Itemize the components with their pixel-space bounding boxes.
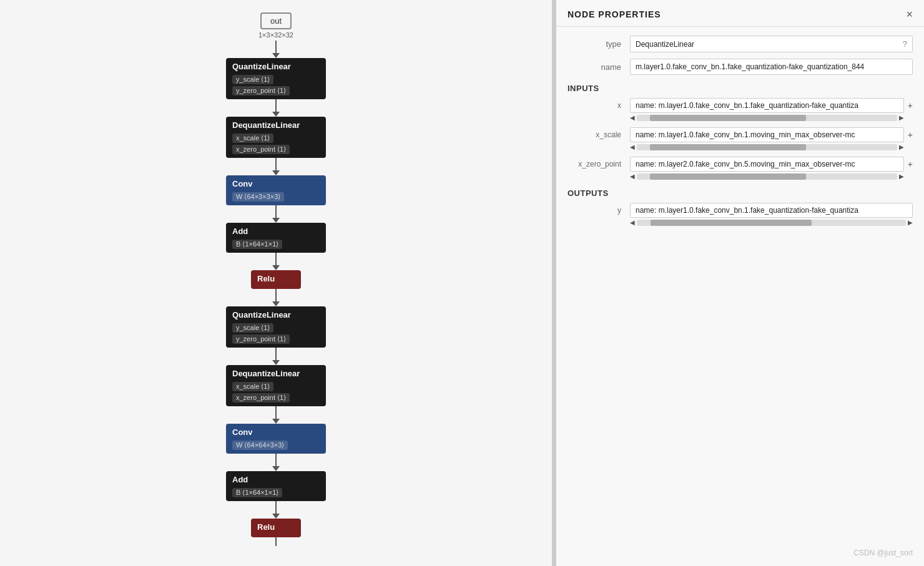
watermark: CSDN @just_sort [853,549,913,557]
add1-title: Add [232,227,320,236]
conv1-title: Conv [232,179,320,188]
tensor-label-1: 1×3×32×32 [258,31,293,39]
input-xscale-row: x_scale name: m.layer1.0.fake_conv_bn.1.… [568,127,913,150]
connector-9 [275,454,277,466]
quantize2-title: QuantizeLinear [232,310,320,320]
name-row: name m.layer1.0.fake_conv_bn.1.fake_quan… [568,59,913,75]
scroll-left-y[interactable]: ◀ [630,219,635,226]
plus-x[interactable]: + [908,98,913,110]
connector-3 [275,158,277,170]
scroll-left-x[interactable]: ◀ [630,114,635,121]
scroll-right-xscale[interactable]: ▶ [899,144,904,150]
scroll-track-xscale[interactable] [637,144,897,150]
name-label: name [568,59,630,72]
input-x-label: x [568,98,630,110]
quantize2-param2: y_zero_point ⟨1⟩ [232,334,290,344]
scroll-track-x[interactable] [637,115,897,121]
add1-wrapper: Add B ⟨1×64×1×1⟩ [226,205,326,253]
arrow-3 [272,170,280,175]
quantize2-node[interactable]: QuantizeLinear y_scale ⟨1⟩ y_zero_point … [226,306,326,348]
input-x-group: x name: m.layer1.0.fake_conv_bn.1.fake_q… [568,98,913,121]
conv1-node[interactable]: Conv W ⟨64×3×3×3⟩ [226,175,326,205]
arrow-6 [272,301,280,306]
input-x-row: x name: m.layer1.0.fake_conv_bn.1.fake_q… [568,98,913,121]
conv1-wrapper: Conv W ⟨64×3×3×3⟩ [226,158,326,205]
scroll-right-x[interactable]: ▶ [899,114,904,121]
arrow-8 [272,419,280,424]
add2-param1: B ⟨1×64×1×1⟩ [232,488,282,497]
input-xscale-container: name: m.layer1.0.fake_conv_bn.1.moving_m… [630,127,904,150]
dequantize1-node[interactable]: DequantizeLinear x_scale ⟨1⟩ x_zero_poin… [226,117,326,158]
scroll-track-xzp[interactable] [637,173,897,180]
dequantize2-node[interactable]: DequantizeLinear x_scale ⟨1⟩ x_zero_poin… [226,365,326,406]
type-value: DequantizeLinear [636,40,694,49]
type-label: type [568,36,630,49]
input-x-name[interactable]: name: m.layer1.0.fake_conv_bn.1.fake_qua… [630,98,904,113]
relu2-node[interactable]: Relu [251,519,301,537]
quantize1-param2: y_zero_point ⟨1⟩ [232,86,290,95]
scroll-left-xzp[interactable]: ◀ [630,173,635,180]
dequantize1-param2: x_zero_point ⟨1⟩ [232,145,290,154]
question-icon[interactable]: ? [903,39,907,49]
input-xscale-name[interactable]: name: m.layer1.0.fake_conv_bn.1.moving_m… [630,127,904,142]
input-xzp-group: x_zero_point name: m.layer2.0.fake_conv_… [568,157,913,180]
arrow-5 [272,265,280,270]
output-y-name[interactable]: name: m.layer1.0.fake_conv_bn.1.fake_qua… [630,203,913,218]
conv2-node[interactable]: Conv W ⟨64×64×3×3⟩ [226,424,326,454]
dequantize1-wrapper: DequantizeLinear x_scale ⟨1⟩ x_zero_poin… [226,99,326,158]
arrow-4 [272,218,280,223]
name-value-box[interactable]: m.layer1.0.fake_conv_bn.1.fake_quantizat… [630,59,913,75]
output-y-scrollbar: ◀ ▶ [630,219,913,226]
conv2-wrapper: Conv W ⟨64×64×3×3⟩ [226,406,326,454]
arrow-1 [272,53,280,58]
connector-4 [275,205,277,218]
quantize1-param1: y_scale ⟨1⟩ [232,75,273,84]
plus-xzp[interactable]: + [908,157,913,169]
dequantize2-wrapper: DequantizeLinear x_scale ⟨1⟩ x_zero_poin… [226,348,326,406]
add2-title: Add [232,475,320,484]
relu1-node[interactable]: Relu [251,270,301,289]
scroll-thumb-x [650,115,806,121]
panel-header: NODE PROPERTIES × [556,0,924,27]
input-xzp-scrollbar: ◀ ▶ [630,173,904,180]
quantize1-wrapper: QuantizeLinear y_scale ⟨1⟩ y_zero_point … [226,41,326,99]
input-x-container: name: m.layer1.0.fake_conv_bn.1.fake_qua… [630,98,904,121]
add2-wrapper: Add B ⟨1×64×1×1⟩ [226,454,326,501]
scroll-right-y[interactable]: ▶ [908,219,913,226]
dequantize1-param1: x_scale ⟨1⟩ [232,134,273,143]
output-y-row: y name: m.layer1.0.fake_conv_bn.1.fake_q… [568,203,913,226]
quantize2-wrapper: QuantizeLinear y_scale ⟨1⟩ y_zero_point … [226,289,326,348]
scroll-left-xscale[interactable]: ◀ [630,144,635,150]
conv2-param1: W ⟨64×64×3×3⟩ [232,441,288,450]
connector-10 [275,501,277,514]
scroll-thumb-xscale [650,144,806,150]
conv1-param1: W ⟨64×3×3×3⟩ [232,192,284,202]
input-xscale-group: x_scale name: m.layer1.0.fake_conv_bn.1.… [568,127,913,150]
quantize1-node[interactable]: QuantizeLinear y_scale ⟨1⟩ y_zero_point … [226,58,326,99]
connector-2 [275,99,277,112]
scroll-thumb-y [651,220,812,226]
add2-node[interactable]: Add B ⟨1×64×1×1⟩ [226,471,326,501]
out-node-label: out [270,16,282,26]
graph-scroll: out 1×3×32×32 QuantizeLinear y_scale ⟨1⟩… [151,6,401,566]
inputs-section-title: INPUTS [568,84,913,93]
input-xzp-name[interactable]: name: m.layer2.0.fake_conv_bn.5.moving_m… [630,157,904,172]
out-node-wrapper: out 1×3×32×32 [258,12,293,41]
out-node[interactable]: out [260,12,292,29]
add1-node[interactable]: Add B ⟨1×64×1×1⟩ [226,223,326,253]
type-value-box[interactable]: DequantizeLinear ? [630,36,913,52]
plus-xscale[interactable]: + [908,127,913,140]
output-y-container: name: m.layer1.0.fake_conv_bn.1.fake_qua… [630,203,913,226]
arrow-7 [272,360,280,365]
input-xzp-row: x_zero_point name: m.layer2.0.fake_conv_… [568,157,913,180]
arrow-9 [272,466,280,471]
output-y-group: y name: m.layer1.0.fake_conv_bn.1.fake_q… [568,203,913,226]
input-x-scrollbar: ◀ ▶ [630,114,904,121]
scroll-track-y[interactable] [637,220,906,226]
relu2-title: Relu [257,522,295,532]
input-xzp-label: x_zero_point [568,157,630,168]
relu2-wrapper: Relu [251,501,301,546]
close-button[interactable]: × [906,9,913,20]
scroll-right-xzp[interactable]: ▶ [899,173,904,180]
relu1-title: Relu [257,274,295,283]
